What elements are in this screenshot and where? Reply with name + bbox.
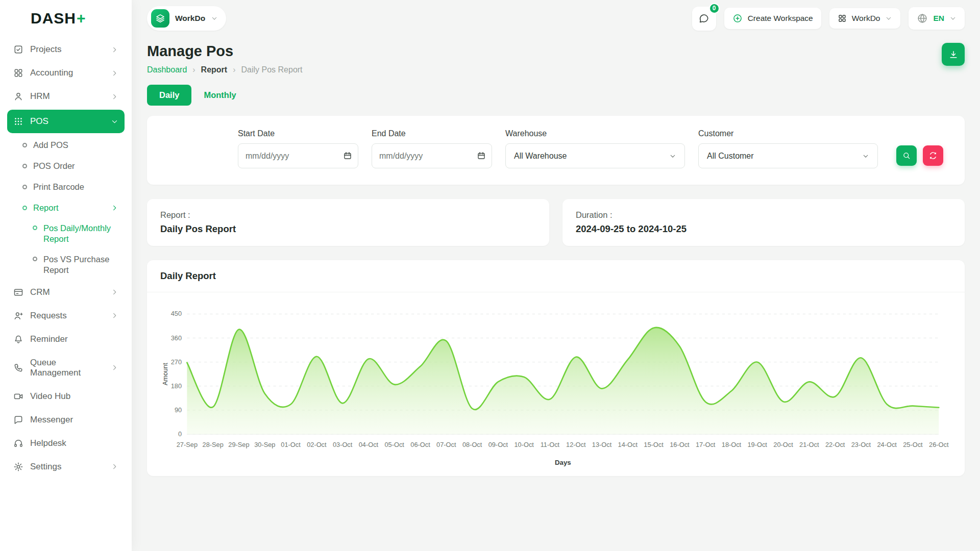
breadcrumb-report[interactable]: Report — [201, 65, 228, 74]
messenger-icon — [13, 415, 23, 425]
duration-summary-card: Duration : 2024-09-25 to 2024-10-25 — [562, 199, 965, 246]
logo-plus-icon: + — [77, 10, 86, 27]
language-code: EN — [933, 14, 944, 23]
filter-actions — [896, 145, 943, 168]
sidebar-subitem-pos-vs-purchase-report[interactable]: Pos VS Purchase Report — [7, 249, 125, 281]
search-button[interactable] — [896, 145, 917, 166]
svg-text:90: 90 — [175, 406, 182, 414]
svg-text:04-Oct: 04-Oct — [359, 441, 379, 448]
bullet-icon — [22, 143, 27, 147]
chevron-down-icon — [862, 153, 869, 160]
breadcrumb-dashboard[interactable]: Dashboard — [147, 65, 187, 74]
sidebar-item-queue-management[interactable]: Queue Management — [7, 351, 125, 385]
sidebar-item-messenger[interactable]: Messenger — [7, 408, 125, 432]
page-head: Manage Pos Dashboard›Report›Daily Pos Re… — [147, 43, 965, 74]
x-axis-title: Days — [555, 459, 571, 466]
workspace-switcher[interactable]: WorkDo — [147, 6, 226, 31]
bullet-icon — [33, 257, 37, 261]
bullet-icon — [22, 206, 27, 210]
sidebar-item-reminder[interactable]: Reminder — [7, 328, 125, 351]
sidebar-item-accounting[interactable]: Accounting — [7, 61, 125, 85]
svg-text:08-Oct: 08-Oct — [462, 441, 482, 448]
sidebar-item-hrm[interactable]: HRM — [7, 85, 125, 108]
customer-field: Customer All Customer — [698, 129, 878, 168]
chart-body: 09018027036045027-Sep28-Sep29-Sep30-Sep0… — [147, 292, 965, 476]
sidebar-subitem-add-pos[interactable]: Add POS — [7, 135, 125, 156]
warehouse-selected-value: All Warehouse — [514, 152, 567, 161]
end-date-label: End Date — [372, 129, 492, 138]
start-date-label: Start Date — [238, 129, 358, 138]
requests-icon — [13, 311, 23, 321]
chart-area — [187, 328, 939, 434]
svg-text:0: 0 — [178, 430, 182, 438]
topbar: WorkDo 0 Create Workspace WorkDo — [147, 0, 965, 37]
sidebar-item-label: Helpdesk — [30, 438, 118, 448]
start-date-input[interactable] — [238, 143, 358, 168]
sidebar-item-requests[interactable]: Requests — [7, 304, 125, 328]
chevron-right-icon — [111, 69, 118, 77]
svg-text:02-Oct: 02-Oct — [307, 441, 327, 448]
breadcrumb-separator: › — [192, 65, 195, 74]
messages-button[interactable]: 0 — [692, 7, 716, 31]
chevron-right-icon — [111, 204, 118, 212]
svg-text:11-Oct: 11-Oct — [541, 441, 560, 448]
sidebar-item-projects[interactable]: Projects — [7, 38, 125, 61]
chevron-down-icon — [211, 15, 218, 22]
workspace-stack-icon — [151, 9, 169, 28]
plus-circle-icon — [732, 13, 743, 23]
end-date-field: End Date — [372, 129, 492, 168]
report-tabs: Daily Monthly — [147, 85, 965, 106]
sidebar-subitem-print-barcode[interactable]: Print Barcode — [7, 177, 125, 197]
workspace-name: WorkDo — [175, 14, 205, 23]
sidebar-item-video-hub[interactable]: Video Hub — [7, 385, 125, 408]
calendar-icon — [477, 151, 486, 160]
chart-title: Daily Report — [147, 260, 965, 292]
sidebar-item-crm[interactable]: CRM — [7, 281, 125, 304]
download-button[interactable] — [942, 43, 965, 66]
breadcrumb: Dashboard›Report›Daily Pos Report — [147, 65, 303, 74]
svg-text:20-Oct: 20-Oct — [773, 441, 793, 448]
svg-text:29-Sep: 29-Sep — [228, 441, 249, 448]
svg-text:27-Sep: 27-Sep — [177, 441, 198, 448]
svg-text:18-Oct: 18-Oct — [722, 441, 742, 448]
sidebar-subitem-report[interactable]: Report — [7, 197, 125, 218]
svg-text:450: 450 — [171, 310, 182, 317]
app-switcher-button[interactable]: WorkDo — [829, 8, 901, 29]
sidebar-subitem-pos-daily-monthly-report[interactable]: Pos Daily/Monthly Report — [7, 218, 125, 249]
create-workspace-button[interactable]: Create Workspace — [724, 8, 821, 29]
end-date-input[interactable] — [372, 143, 492, 168]
sidebar-item-label: Requests — [30, 311, 104, 321]
app-logo[interactable]: DASH+ — [0, 0, 132, 37]
svg-text:270: 270 — [171, 358, 182, 366]
warehouse-select[interactable]: All Warehouse — [505, 143, 685, 168]
chevron-right-icon — [111, 93, 118, 101]
summary-row: Report : Daily Pos Report Duration : 202… — [147, 199, 965, 246]
tab-monthly[interactable]: Monthly — [201, 85, 239, 106]
topbar-right: 0 Create Workspace WorkDo EN — [692, 7, 965, 31]
svg-text:14-Oct: 14-Oct — [618, 441, 638, 448]
sidebar-item-settings[interactable]: Settings — [7, 455, 125, 479]
language-selector[interactable]: EN — [909, 7, 965, 30]
y-axis-title: Amount — [161, 363, 169, 386]
search-icon — [902, 151, 911, 160]
customer-selected-value: All Customer — [707, 152, 754, 161]
bullet-icon — [22, 164, 27, 168]
customer-select[interactable]: All Customer — [698, 143, 878, 168]
svg-text:25-Oct: 25-Oct — [903, 441, 923, 448]
sidebar-subitem-pos-order[interactable]: POS Order — [7, 156, 125, 177]
svg-text:10-Oct: 10-Oct — [514, 441, 534, 448]
sidebar-item-label: Messenger — [30, 415, 118, 425]
video-icon — [13, 391, 23, 402]
chevron-down-icon — [111, 118, 118, 126]
app-switcher-label: WorkDo — [852, 14, 880, 23]
calendar-icon — [343, 151, 352, 160]
bullet-icon — [33, 226, 37, 230]
sidebar-item-pos[interactable]: POS — [7, 110, 125, 133]
sidebar-item-label: Queue Management — [30, 358, 104, 378]
sidebar-subitem-label: Pos VS Purchase Report — [43, 254, 118, 276]
svg-text:26-Oct: 26-Oct — [929, 441, 949, 448]
reset-button[interactable] — [923, 145, 943, 166]
tab-daily[interactable]: Daily — [147, 85, 191, 106]
svg-text:360: 360 — [171, 334, 182, 342]
sidebar-item-helpdesk[interactable]: Helpdesk — [7, 432, 125, 455]
